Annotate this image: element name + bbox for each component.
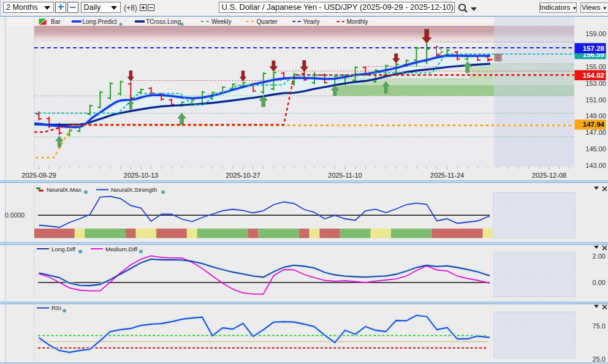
svg-text:151.00: 151.00 (585, 96, 606, 104)
svg-text:157.28: 157.28 (583, 45, 605, 52)
svg-text:Long.Diff: Long.Diff (51, 246, 75, 252)
svg-text:RSI: RSI (51, 305, 61, 311)
svg-text:Monthly: Monthly (347, 18, 368, 25)
svg-text:145.00: 145.00 (585, 145, 606, 153)
svg-text:149.00: 149.00 (585, 112, 606, 119)
svg-text:2025-09-29: 2025-09-29 (21, 172, 56, 179)
svg-text:2025-10-13: 2025-10-13 (124, 172, 158, 179)
svg-text:Medium.Diff: Medium.Diff (105, 246, 137, 252)
svg-text:Bar: Bar (51, 18, 61, 25)
svg-text:143.00: 143.00 (585, 162, 606, 169)
svg-text:25.0: 25.0 (593, 355, 606, 363)
svg-text:159.00: 159.00 (585, 30, 606, 37)
svg-text:0.00: 0.00 (593, 279, 606, 286)
svg-text:NeuralX.Max: NeuralX.Max (47, 186, 82, 193)
svg-text:2025-11-10: 2025-11-10 (328, 172, 362, 179)
svg-text:Yearly: Yearly (303, 18, 319, 25)
svg-text:2.00: 2.00 (593, 252, 606, 260)
svg-text:2025-11-24: 2025-11-24 (430, 172, 464, 179)
svg-text:TCross.Long: TCross.Long (146, 18, 181, 25)
svg-text:155.00: 155.00 (585, 63, 606, 70)
svg-text:154.02: 154.02 (583, 72, 604, 79)
svg-text:Weekly: Weekly (211, 18, 232, 25)
svg-text:2025-10-27: 2025-10-27 (226, 172, 260, 179)
svg-text:Quarter: Quarter (257, 18, 278, 25)
svg-text:NeuralX.Strength: NeuralX.Strength (111, 186, 157, 193)
svg-text:153.00: 153.00 (585, 80, 606, 87)
svg-text:2025-12-08: 2025-12-08 (532, 172, 566, 179)
svg-text:147.00: 147.00 (585, 129, 606, 136)
svg-text:Long.Predict: Long.Predict (83, 18, 117, 25)
svg-text:147.94: 147.94 (583, 121, 605, 128)
svg-text:75.0: 75.0 (593, 322, 606, 330)
svg-text:0.0000: 0.0000 (5, 211, 25, 219)
